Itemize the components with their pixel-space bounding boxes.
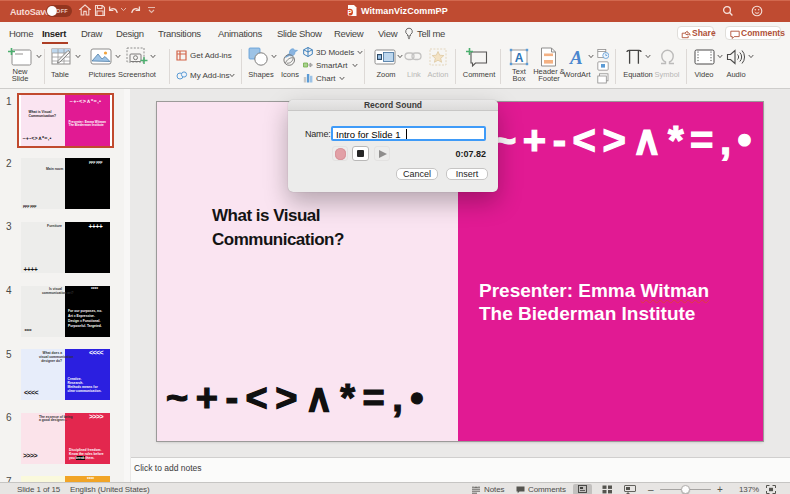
svg-text:A: A xyxy=(515,51,524,65)
svg-text:A: A xyxy=(569,47,583,67)
svg-text:P: P xyxy=(347,9,352,16)
